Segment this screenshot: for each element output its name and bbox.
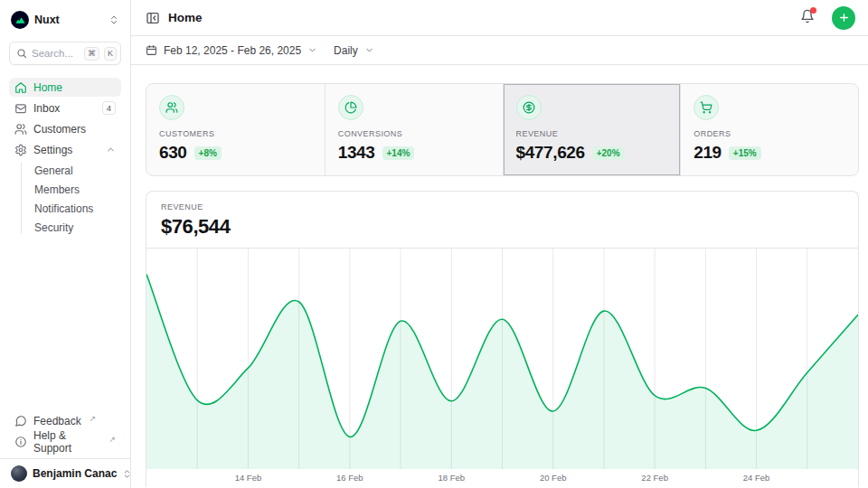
sub-item-label: Members xyxy=(34,183,80,196)
stat-value: 630 xyxy=(159,143,187,163)
chart-x-axis: 14 Feb16 Feb18 Feb20 Feb22 Feb24 Feb xyxy=(146,469,858,487)
avatar xyxy=(11,465,27,482)
stat-card-customers[interactable]: CUSTOMERS 630 +8% xyxy=(146,84,325,175)
home-icon xyxy=(14,81,27,94)
sidebar: Nuxt Search... ⌘ K Home xyxy=(0,0,131,488)
sidebar-collapse-icon[interactable] xyxy=(146,11,160,25)
sidebar-item-settings[interactable]: Settings xyxy=(9,140,121,159)
sub-item-label: Notifications xyxy=(34,202,93,215)
chevron-up-icon xyxy=(106,145,116,155)
stat-label: CONVERSIONS xyxy=(338,129,490,138)
revenue-area-chart xyxy=(146,249,858,469)
settings-subnav: General Members Notifications Security xyxy=(9,161,121,237)
sidebar-item-notifications[interactable]: Notifications xyxy=(9,199,121,218)
content: CUSTOMERS 630 +8% CONVERSIONS 1343 +14% xyxy=(131,65,868,488)
sidebar-item-label: Home xyxy=(33,81,62,94)
sidebar-item-members[interactable]: Members xyxy=(9,180,121,199)
inbox-icon xyxy=(14,102,27,115)
sidebar-item-inbox[interactable]: Inbox 4 xyxy=(9,99,121,117)
chart-title: REVENUE xyxy=(161,202,844,211)
message-bubble-icon xyxy=(14,415,27,427)
main-area: Home Feb 12, 2025 - Feb 26, 2025 Daily xyxy=(131,0,868,488)
granularity-select[interactable]: Daily xyxy=(334,44,374,57)
stat-delta-badge: +14% xyxy=(382,146,415,160)
stat-card-conversions[interactable]: CONVERSIONS 1343 +14% xyxy=(325,84,503,175)
stat-label: REVENUE xyxy=(516,129,668,138)
inbox-count-badge: 4 xyxy=(102,101,116,115)
stat-card-orders[interactable]: ORDERS 219 +15% xyxy=(680,84,858,175)
notifications-button[interactable] xyxy=(800,9,815,27)
app-root: Nuxt Search... ⌘ K Home xyxy=(0,0,868,488)
stats-row: CUSTOMERS 630 +8% CONVERSIONS 1343 +14% xyxy=(146,83,859,176)
kbd-k: K xyxy=(104,47,117,61)
topbar: Home xyxy=(131,0,868,36)
x-tick-label: 20 Feb xyxy=(540,473,567,483)
sidebar-item-label: Inbox xyxy=(33,102,60,115)
user-menu[interactable]: Benjamin Canac xyxy=(0,458,130,488)
sub-item-label: General xyxy=(34,164,73,177)
sidebar-item-feedback[interactable]: Feedback ↗ xyxy=(9,411,121,430)
granularity-label: Daily xyxy=(334,44,358,57)
sidebar-item-security[interactable]: Security xyxy=(9,218,121,237)
pie-chart-icon xyxy=(338,95,363,120)
page-title: Home xyxy=(168,11,792,24)
stat-card-revenue[interactable]: REVENUE $477,626 +20% xyxy=(503,84,681,175)
chart-total-value: $76,544 xyxy=(161,215,844,239)
search-icon xyxy=(16,48,27,59)
x-tick-label: 14 Feb xyxy=(235,473,262,483)
sidebar-item-home[interactable]: Home xyxy=(9,78,121,97)
stat-delta-badge: +20% xyxy=(592,146,625,160)
shopping-cart-icon xyxy=(693,95,719,120)
sidebar-item-label: Help & Support xyxy=(33,429,100,455)
gear-icon xyxy=(14,144,27,156)
calendar-icon xyxy=(146,44,157,56)
notification-dot xyxy=(810,7,816,14)
stat-label: CUSTOMERS xyxy=(159,129,312,138)
stat-delta-badge: +8% xyxy=(194,146,222,160)
date-range-picker[interactable]: Feb 12, 2025 - Feb 26, 2025 xyxy=(146,44,317,57)
team-switcher[interactable]: Nuxt xyxy=(9,9,121,31)
stat-value: 1343 xyxy=(338,143,375,163)
team-name: Nuxt xyxy=(34,14,103,26)
chevrons-up-down-icon xyxy=(108,14,119,25)
add-button[interactable] xyxy=(832,6,855,30)
chevron-down-icon xyxy=(364,45,374,55)
users-icon xyxy=(159,95,184,120)
stat-delta-badge: +15% xyxy=(729,146,761,160)
sidebar-nav: Home Inbox 4 Customers xyxy=(9,78,121,239)
chevron-down-icon xyxy=(307,45,317,55)
user-name: Benjamin Canac xyxy=(33,467,117,480)
nuxt-logo-icon xyxy=(11,11,29,29)
plus-icon xyxy=(838,12,850,23)
sidebar-item-help-support[interactable]: Help & Support ↗ xyxy=(9,432,121,451)
sidebar-item-customers[interactable]: Customers xyxy=(9,119,121,138)
external-link-icon: ↗ xyxy=(108,435,116,444)
sidebar-item-label: Customers xyxy=(33,123,86,136)
kbd-cmd: ⌘ xyxy=(84,47,99,61)
sidebar-item-label: Feedback xyxy=(33,415,81,427)
external-link-icon: ↗ xyxy=(90,414,97,423)
sidebar-footer-nav: Feedback ↗ Help & Support ↗ xyxy=(9,411,121,458)
sidebar-item-general[interactable]: General xyxy=(9,161,121,180)
info-circle-icon xyxy=(14,436,27,448)
stat-label: ORDERS xyxy=(693,129,845,138)
date-range-label: Feb 12, 2025 - Feb 26, 2025 xyxy=(164,44,301,57)
dollar-circle-icon xyxy=(516,95,542,120)
x-tick-label: 18 Feb xyxy=(438,473,465,483)
x-tick-label: 16 Feb xyxy=(336,473,363,483)
users-icon xyxy=(14,123,27,136)
search-placeholder: Search... xyxy=(32,48,80,59)
x-tick-label: 24 Feb xyxy=(743,473,770,483)
sub-item-label: Security xyxy=(34,221,73,234)
x-tick-label: 22 Feb xyxy=(641,473,668,483)
stat-value: $477,626 xyxy=(516,143,585,163)
revenue-chart-card: REVENUE $76,544 14 Feb16 Feb18 Feb20 Feb… xyxy=(146,191,859,487)
sidebar-item-label: Settings xyxy=(33,144,72,156)
filter-bar: Feb 12, 2025 - Feb 26, 2025 Daily xyxy=(131,36,868,65)
stat-value: 219 xyxy=(693,143,722,163)
chart-header: REVENUE $76,544 xyxy=(146,192,858,249)
search-input[interactable]: Search... ⌘ K xyxy=(9,42,121,65)
